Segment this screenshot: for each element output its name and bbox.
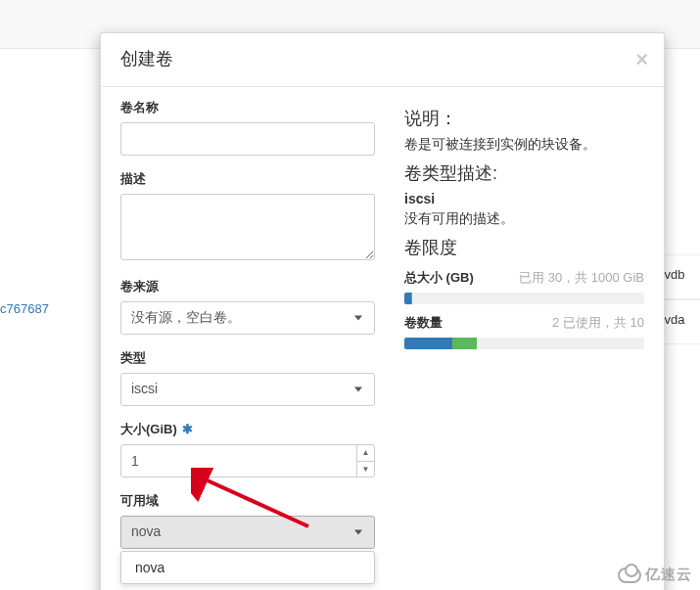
quota-count-label: 卷数量	[404, 314, 443, 332]
explain-text: 卷是可被连接到实例的块设备。	[404, 136, 644, 154]
form-column: 卷名称 描述 卷来源 没有源，空白卷。 类型 iscsi	[120, 99, 390, 584]
field-source: 卷来源 没有源，空白卷。	[120, 278, 375, 335]
source-value: 没有源，空白卷。	[131, 309, 241, 325]
quota-size-label: 总大小 (GB)	[404, 269, 474, 287]
limit-heading: 卷限度	[404, 236, 644, 259]
az-option-nova[interactable]: nova	[121, 552, 374, 583]
quota-size-used	[404, 293, 411, 304]
create-volume-modal: 创建卷 × 卷名称 描述 卷来源 没有源，空白卷。 类型	[100, 32, 665, 590]
field-description: 描述	[120, 170, 375, 263]
type-heading: 卷类型描述:	[404, 161, 644, 185]
field-size: 大小(GiB) ✱ ▲ ▼	[120, 421, 375, 477]
watermark-text: 亿速云	[645, 566, 692, 584]
close-icon[interactable]: ×	[635, 47, 648, 72]
name-label: 卷名称	[120, 99, 375, 116]
quota-size-row: 总大小 (GB) 已用 30，共 1000 GiB	[404, 269, 644, 287]
source-label: 卷来源	[120, 278, 375, 295]
field-type: 类型 iscsi	[120, 349, 375, 406]
chevron-down-icon	[354, 316, 362, 321]
field-az: 可用域 nova nova	[120, 492, 375, 584]
quota-count-row: 卷数量 2 已使用，共 10	[404, 314, 644, 332]
chevron-down-icon	[354, 387, 362, 392]
az-dropdown: nova	[120, 551, 375, 584]
size-label: 大小(GiB) ✱	[120, 421, 375, 438]
modal-header: 创建卷 ×	[101, 33, 664, 87]
spinner-down-icon[interactable]: ▼	[356, 462, 374, 477]
info-column: 说明： 卷是可被连接到实例的块设备。 卷类型描述: iscsi 没有可用的描述。…	[390, 99, 644, 584]
az-value: nova	[131, 523, 161, 539]
explain-heading: 说明：	[404, 107, 644, 130]
spinner-up-icon[interactable]: ▲	[356, 445, 374, 462]
name-input[interactable]	[120, 122, 375, 156]
description-input[interactable]	[120, 194, 375, 260]
type-label: 类型	[120, 349, 375, 367]
required-icon: ✱	[182, 422, 193, 436]
type-desc: 没有可用的描述。	[404, 210, 644, 228]
type-name: iscsi	[404, 191, 644, 206]
description-label: 描述	[120, 170, 375, 188]
modal-body: 卷名称 描述 卷来源 没有源，空白卷。 类型 iscsi	[101, 87, 664, 590]
type-value: iscsi	[131, 381, 158, 396]
az-label: 可用域	[120, 492, 375, 510]
type-select[interactable]: iscsi	[120, 373, 375, 406]
quota-count-bar	[404, 338, 644, 349]
cloud-icon	[618, 567, 641, 583]
quota-count-add	[452, 338, 477, 349]
source-select[interactable]: 没有源，空白卷。	[120, 301, 375, 335]
quota-size-bar	[404, 293, 644, 304]
watermark: 亿速云	[618, 566, 692, 584]
size-input[interactable]	[120, 444, 375, 477]
modal-title: 创建卷	[120, 47, 644, 70]
field-name: 卷名称	[120, 99, 375, 156]
quota-count-used	[404, 338, 452, 349]
chevron-down-icon	[354, 530, 362, 535]
quota-size-info: 已用 30，共 1000 GiB	[519, 269, 644, 287]
az-select[interactable]: nova	[120, 516, 375, 549]
quota-count-info: 2 已使用，共 10	[552, 314, 644, 332]
